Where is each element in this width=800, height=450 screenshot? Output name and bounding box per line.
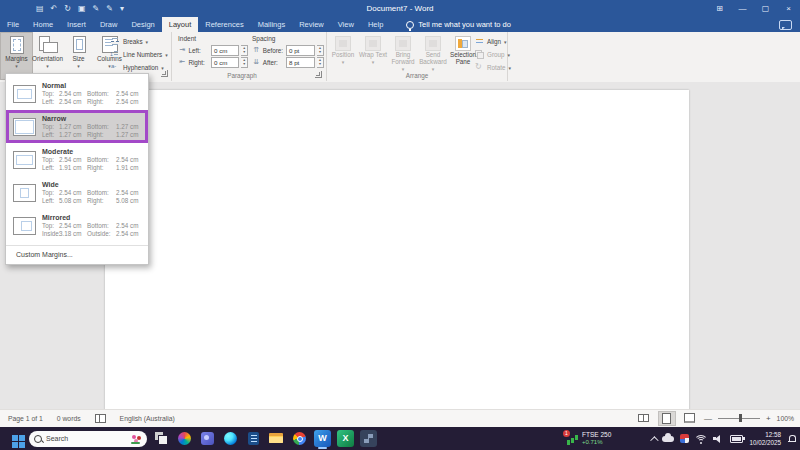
margins-option-wide[interactable]: WideTop:2.54 cmBottom:2.54 cmLeft:5.08 c…: [6, 176, 148, 209]
tell-me-box[interactable]: Tell me what you want to do: [406, 17, 511, 32]
spinner-down-icon[interactable]: ▾: [243, 62, 245, 67]
group-button[interactable]: Group▾: [475, 48, 505, 61]
margins-option-normal[interactable]: NormalTop:2.54 cmBottom:2.54 cmLeft:2.54…: [6, 77, 148, 110]
task-view-icon[interactable]: [153, 430, 170, 447]
dropdown-arrow-icon: ▾: [509, 66, 512, 71]
before--input[interactable]: 0 pt: [286, 45, 315, 56]
notepad-icon[interactable]: [245, 430, 262, 447]
print-layout-icon: [662, 413, 671, 424]
print-layout-button[interactable]: [658, 411, 676, 426]
tab-view[interactable]: View: [331, 17, 361, 32]
edge-icon[interactable]: [222, 430, 239, 447]
page-indicator[interactable]: Page 1 of 1: [8, 415, 43, 422]
breaks-button[interactable]: Breaks▾: [110, 35, 170, 48]
close-button[interactable]: ×: [777, 0, 800, 17]
margins-option-moderate[interactable]: ModerateTop:2.54 cmBottom:2.54 cmLeft:1.…: [6, 143, 148, 176]
zoom-out-button[interactable]: —: [704, 414, 712, 423]
calculator-icon[interactable]: [360, 430, 377, 447]
indent-label: Indent: [178, 35, 248, 42]
ribbon-tab-row: FileHomeInsertDrawDesignLayoutReferences…: [0, 17, 800, 32]
document-page[interactable]: [105, 90, 689, 410]
start-button[interactable]: [8, 431, 23, 446]
tab-home[interactable]: Home: [26, 17, 60, 32]
excel-icon[interactable]: X: [337, 430, 354, 447]
left--input[interactable]: 0 cm: [211, 45, 239, 56]
windows-logo-icon: [12, 435, 18, 441]
align-button[interactable]: Align▾: [475, 35, 505, 48]
spacing-label: Spacing: [252, 35, 324, 42]
comments-icon[interactable]: [779, 20, 792, 30]
hidden-icons-chevron-icon[interactable]: [651, 436, 659, 444]
margin-moderate-icon: [13, 151, 36, 169]
dropdown-arrow-icon: ▾: [508, 53, 511, 58]
tab-draw[interactable]: Draw: [93, 17, 125, 32]
tab-review[interactable]: Review: [292, 17, 331, 32]
margins-menu-items: NormalTop:2.54 cmBottom:2.54 cmLeft:2.54…: [6, 77, 148, 242]
margins-option-mirrored[interactable]: MirroredTop:2.54 cmBottom:2.54 cmInside:…: [6, 209, 148, 242]
notifications-icon[interactable]: [787, 434, 796, 443]
copilot-icon[interactable]: [176, 430, 193, 447]
proofing-icon[interactable]: [95, 414, 106, 423]
dropdown-arrow-icon: ▾: [77, 64, 80, 69]
line-numbers-button[interactable]: Line Numbers▾: [110, 48, 170, 61]
tab-references[interactable]: References: [198, 17, 250, 32]
tray-app-icon[interactable]: [680, 434, 689, 443]
spacing-after-icon: [252, 58, 261, 66]
tab-mailings[interactable]: Mailings: [251, 17, 293, 32]
tab-layout[interactable]: Layout: [162, 17, 199, 32]
margins-option-narrow[interactable]: NarrowTop:1.27 cmBottom:1.27 cmLeft:1.27…: [6, 110, 148, 143]
dropdown-arrow-icon: ▾: [165, 53, 168, 58]
left--stepper[interactable]: ▴▾: [241, 45, 248, 56]
dropdown-arrow-icon: ▾: [372, 60, 375, 65]
minimize-button[interactable]: —: [731, 0, 754, 17]
wrap-text-icon: [365, 36, 381, 51]
language-indicator[interactable]: English (Australia): [120, 415, 175, 422]
web-layout-button[interactable]: [682, 412, 698, 425]
word-count[interactable]: 0 words: [57, 415, 81, 422]
zoom-in-button[interactable]: +: [766, 414, 771, 423]
before--stepper[interactable]: ▴▾: [317, 45, 324, 56]
chrome-icon[interactable]: [291, 430, 308, 447]
teams-icon[interactable]: [199, 430, 216, 447]
active-app-indicator: [318, 447, 327, 449]
align-icon: [475, 37, 484, 46]
file-explorer-icon[interactable]: [268, 430, 285, 447]
right--stepper[interactable]: ▴▾: [241, 57, 248, 68]
tab-file[interactable]: File: [0, 17, 26, 32]
onedrive-icon[interactable]: [662, 436, 674, 442]
after--input[interactable]: 8 pt: [286, 57, 315, 68]
clock[interactable]: 12:58 10/02/2025: [749, 431, 781, 447]
margin-narrow-icon: [13, 118, 36, 136]
line-numbers-icon: [110, 50, 120, 60]
search-box[interactable]: Search: [29, 431, 147, 447]
word-icon[interactable]: W: [314, 430, 331, 447]
read-mode-button[interactable]: [636, 412, 652, 425]
spinner-down-icon[interactable]: ▾: [319, 50, 321, 55]
battery-icon[interactable]: [730, 435, 743, 443]
wifi-icon[interactable]: [695, 434, 707, 444]
margin-mirrored-icon: [13, 217, 36, 235]
paragraph-dialog-launcher-icon[interactable]: [315, 71, 322, 78]
arrange-small-buttons: Align▾Group▾Rotate▾: [475, 35, 505, 74]
page-setup-dialog-launcher-icon[interactable]: [161, 70, 168, 77]
stock-widget[interactable]: 1 FTSE 250 +0.71%: [566, 427, 611, 450]
tab-help[interactable]: Help: [361, 17, 390, 32]
tab-design[interactable]: Design: [124, 17, 161, 32]
margins-option-name: Narrow: [42, 114, 141, 123]
zoom-level[interactable]: 100%: [777, 415, 794, 422]
stock-change: +0.71%: [582, 439, 611, 447]
maximize-button[interactable]: ▢: [754, 0, 777, 17]
indent-left-icon: [178, 46, 186, 54]
selection-pane-icon: [455, 36, 471, 51]
group-icon: [475, 50, 484, 59]
zoom-slider[interactable]: [718, 418, 760, 419]
volume-icon[interactable]: [713, 434, 724, 443]
spinner-down-icon[interactable]: ▾: [319, 62, 321, 67]
zoom-slider-thumb[interactable]: [739, 414, 742, 422]
after--stepper[interactable]: ▴▾: [317, 57, 324, 68]
ribbon-display-options-button[interactable]: ⊞: [708, 0, 731, 17]
right--input[interactable]: 0 cm: [211, 57, 239, 68]
spinner-down-icon[interactable]: ▾: [243, 50, 245, 55]
custom-margins-item[interactable]: Custom Margins...: [6, 246, 148, 264]
tab-insert[interactable]: Insert: [60, 17, 93, 32]
